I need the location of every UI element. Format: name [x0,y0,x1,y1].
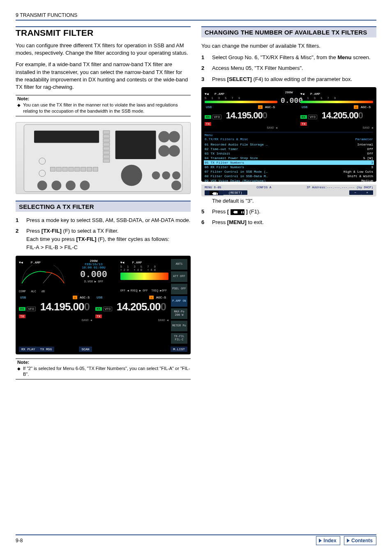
note-label: Note: [17,360,191,365]
svg-rect-26 [103,131,110,134]
step-text: Press [TX-FIL] (F) to select a TX Filter… [26,227,191,252]
svg-rect-1 [34,131,99,143]
left-column: TRANSMIT FILTER You can configure three … [16,26,191,385]
title-rule [16,26,191,27]
transceiver-front-panel-image [16,122,191,194]
step-5: 5 Press [ ] (F1). [201,208,376,215]
svg-point-9 [121,165,142,186]
footer-rule [16,534,376,535]
svg-point-13 [37,180,47,190]
play-icon [347,539,350,543]
step-2: 2 Access Menu 05, "TX Filter Numbers". [201,65,376,72]
svg-point-12 [172,171,180,179]
right-column: CHANGING THE NUMBER OF AVAILABLE TX FILT… [201,26,376,385]
step-1: 1 Select Group No. 6, "TX/RX Filters & M… [201,54,376,61]
step-1: 1 Press a mode key to select SSB, AM, SS… [16,217,191,224]
svg-rect-31 [103,151,110,154]
step-3: 3 Press [SELECT] (F4) to allow editing o… [201,76,376,83]
step-number: 6 [201,219,207,226]
step-number: 5 [201,208,207,215]
svg-rect-33 [103,159,110,162]
bullet-diamond-icon: ◆ [17,365,21,378]
step-number: 3 [201,76,207,83]
step-text: Press a mode key to select SSB, AM, SSB-… [26,217,191,224]
note-text: You can use the TX filter in the manner … [23,102,191,114]
contents-button[interactable]: Contents [344,536,376,545]
svg-rect-30 [103,147,110,150]
escape-key-icon [231,209,244,215]
lcd-screenshot-menu: ▼◀ P.AMP S 1 3 5 7 9 USB⚠AGC-S RXVFO 14.… [201,87,376,182]
intro-para: You can change the number of available T… [201,42,376,50]
bullet-diamond-icon: ◆ [17,102,21,114]
step-6: 6 Press [MENU] to exit. [201,219,376,226]
svg-point-6 [168,145,180,157]
svg-rect-19 [56,167,61,171]
svg-rect-25 [93,167,98,171]
svg-point-11 [162,171,170,179]
lcd-screenshot-txfil: ▼◀ P.AMP COMP ALC dB 200W FEB/15/13 1 [16,256,191,354]
svg-point-3 [158,131,170,143]
step-text: Access Menu 05, "TX Filter Numbers". [212,65,376,72]
step-text: Select Group No. 6, "TX/RX Filters & Mis… [212,54,376,61]
svg-point-16 [80,180,90,190]
page-number: 9-8 [16,538,23,543]
svg-rect-24 [87,167,92,171]
running-header: 9 TRANSMIT FUNCTIONS [16,12,376,18]
svg-line-34 [43,272,52,283]
note-box-2: Note: ◆ If "2" is selected for Menu 6-05… [16,358,191,380]
step-text: Press [SELECT] (F4) to allow editing of … [212,76,376,83]
svg-rect-23 [81,167,86,171]
svg-point-10 [152,171,160,179]
svg-point-15 [66,180,76,190]
section-title: TRANSMIT FILTER [16,28,191,38]
svg-point-17 [171,180,181,190]
step-number: 1 [201,54,207,61]
svg-rect-27 [103,134,110,138]
svg-rect-20 [62,167,67,171]
svg-rect-32 [103,155,110,158]
index-button[interactable]: Index [316,536,340,545]
svg-rect-29 [103,143,110,146]
step-text: Press [ ] (F1). [212,208,376,215]
svg-rect-22 [75,167,80,171]
svg-point-5 [158,145,170,157]
svg-point-14 [51,180,61,190]
step-number: 1 [16,217,21,224]
note-label: Note: [17,96,191,101]
header-rule [16,20,376,21]
step-text: Press [MENU] to exit. [212,219,376,226]
svg-rect-18 [50,167,55,171]
step-number: 2 [201,65,207,72]
note-box-1: Note: ◆ You can use the TX filter in the… [16,95,191,116]
svg-rect-2 [115,131,156,159]
intro-para-2: For example, if a wide-band TX filter an… [16,61,191,91]
subsection-title: SELECTING A TX FILTER [16,201,191,212]
subsection-title: CHANGING THE NUMBER OF AVAILABLE TX FILT… [201,26,376,37]
svg-point-4 [168,131,180,143]
step-2: 2 Press [TX-FIL] (F) to select a TX Filt… [16,227,191,252]
intro-para-1: You can configure three different TX fil… [16,42,191,57]
svg-rect-21 [69,167,74,171]
svg-rect-28 [103,139,110,142]
play-icon [319,539,322,543]
note-text: If "2" is selected for Menu 6-05, "TX Fi… [23,365,191,378]
step-number: 2 [16,227,21,252]
